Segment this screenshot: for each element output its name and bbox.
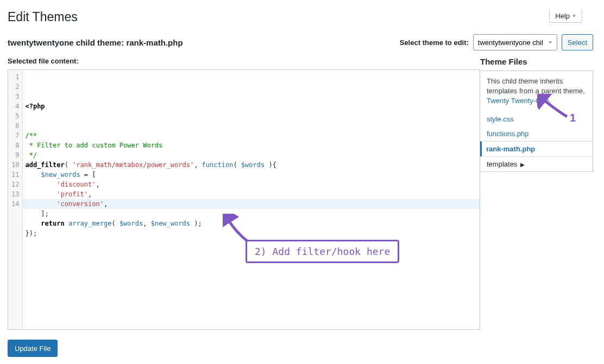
theme-files-heading: Theme Files [480,57,593,66]
theme-select-label: Select theme to edit: [400,39,469,47]
line-numbers: 1234567891011121314 [8,70,23,329]
code-editor[interactable]: 1234567891011121314 <?php /** * Filter t… [8,69,480,330]
select-button[interactable]: Select [562,34,593,50]
file-subtitle: twentytwentyone child theme: rank-math.p… [8,38,183,47]
theme-files-intro: This child theme inherits templates from… [480,71,593,112]
annotation-box-2: 2) Add filter/hook here [246,240,399,263]
theme-select[interactable]: twentytwentyone chil [473,34,557,50]
annotation-number-1: 1 [570,112,576,124]
selected-file-label: Selected file content: [8,57,480,65]
help-label: Help [555,12,570,20]
page-title: Edit Themes [8,10,593,24]
help-tab[interactable]: Help ▼ [549,10,582,23]
theme-file-item[interactable]: templates ▶ [480,157,593,171]
chevron-right-icon: ▶ [520,162,525,168]
code-area[interactable]: <?php /** * Filter to add custom Power W… [23,70,480,329]
theme-file-item[interactable]: rank-math.php [480,141,593,157]
update-file-button[interactable]: Update File [8,340,58,357]
chevron-down-icon: ▼ [572,14,576,18]
theme-file-item[interactable]: functions.php [480,126,593,141]
theme-files-sidebar: This child theme inherits templates from… [480,71,593,172]
